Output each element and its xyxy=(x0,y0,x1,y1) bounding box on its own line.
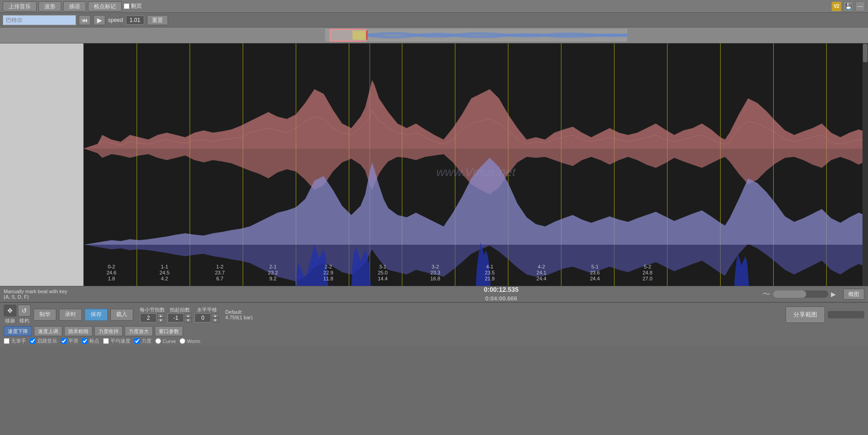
svg-text:16.8: 16.8 xyxy=(430,276,440,281)
minimize-icon[interactable]: — xyxy=(855,1,865,11)
avg-speed-group: 平均速度 xyxy=(103,338,130,344)
waveform-zoom-controls: 〜 ▶ xyxy=(762,289,836,300)
hint-text: Manually mark beat with key (A, S, D, F) xyxy=(4,289,240,300)
scrollbar-thumb[interactable] xyxy=(863,44,868,62)
default-value: 4.759(1 bar) xyxy=(225,315,253,320)
track-name-input[interactable] xyxy=(3,15,76,25)
rewind-btn[interactable]: ⏮ xyxy=(79,15,91,25)
right-slider[interactable] xyxy=(828,311,864,318)
force-checkbox[interactable] xyxy=(134,338,140,344)
mark-btn[interactable]: 检点标记 xyxy=(88,1,122,11)
level-up-btn[interactable]: ▲ xyxy=(212,313,219,318)
copy-label: 移杓 xyxy=(18,317,31,324)
enable-music-group: 启跷音乐 xyxy=(30,338,57,344)
reset-btn[interactable]: 重置 xyxy=(147,15,168,25)
free-hand-checkbox[interactable] xyxy=(4,338,10,344)
svg-rect-2 xyxy=(366,31,368,40)
page-checkbox[interactable] xyxy=(124,3,130,9)
load-btn[interactable]: 载入 xyxy=(110,309,133,321)
beats-up-btn[interactable]: ▲ xyxy=(157,313,164,318)
waveform-btn[interactable]: 波形 xyxy=(38,1,61,11)
beats-per-measure-input[interactable] xyxy=(140,313,157,322)
svg-text:www.Vmus.net: www.Vmus.net xyxy=(436,165,516,179)
svg-text:24.4: 24.4 xyxy=(590,276,600,281)
copy-tool-btn[interactable]: ↺ xyxy=(18,305,31,317)
level-down-btn[interactable]: ▼ xyxy=(212,318,219,322)
svg-text:3-2: 3-2 xyxy=(432,264,439,269)
svg-text:23.3: 23.3 xyxy=(430,270,440,275)
move-tool-btn[interactable]: ✥ xyxy=(4,305,16,317)
curve-label: Curve xyxy=(163,338,176,344)
worm-radio[interactable] xyxy=(179,338,185,344)
flat-group: 平滑 xyxy=(61,338,78,344)
curve-radio[interactable] xyxy=(155,338,161,344)
page-checkbox-item: 翻页 xyxy=(124,2,142,10)
page-label: 翻页 xyxy=(131,2,142,10)
speed-label: speed xyxy=(108,17,123,23)
beat-offset-up-btn[interactable]: ▲ xyxy=(184,313,192,318)
svg-text:24.4: 24.4 xyxy=(537,276,547,281)
svg-text:25.0: 25.0 xyxy=(378,270,388,275)
beat-thick-btn[interactable]: 踏承粗细 xyxy=(64,326,92,336)
free-hand-group: 无筆手 xyxy=(4,338,26,344)
speed-input[interactable] xyxy=(126,16,144,25)
waveform-canvas[interactable]: 0-2 24.6 1.8 1-1 24.5 4.2 1-2 23.7 6.7 2… xyxy=(84,43,868,286)
beats-start-label: 每小节拍数 xyxy=(140,306,165,313)
window-param-btn[interactable]: 窗口参数 xyxy=(155,326,183,336)
status-bar: Manually mark beat with key (A, S, D, F)… xyxy=(0,286,868,302)
current-time: 0:00:12.535 xyxy=(484,285,519,295)
force-down-btn[interactable]: 力度收持 xyxy=(94,326,123,336)
language-btn[interactable]: 插语 xyxy=(63,1,86,11)
bottom-toolbar: ✥ ↺ 移操 移杓 制华 录时 保存 载入 每小节拍数 ▲ ▼ 拍起 xyxy=(0,302,868,346)
svg-text:22.9: 22.9 xyxy=(323,270,333,275)
save-icon[interactable]: 💾 xyxy=(843,1,853,11)
beat-offset-down-btn[interactable]: ▼ xyxy=(184,318,192,322)
speed-adjust-btn[interactable]: 速度下降 xyxy=(4,326,32,336)
main-area: 0-2 24.6 1.8 1-1 24.5 4.2 1-2 23.7 6.7 2… xyxy=(0,43,868,286)
svg-text:1.8: 1.8 xyxy=(108,276,115,281)
flat-label: 平滑 xyxy=(68,338,78,344)
bottom-row1: ✥ ↺ 移操 移杓 制华 录时 保存 载入 每小节拍数 ▲ ▼ 拍起 xyxy=(4,305,864,324)
time-display: 0:00:12.535 0:04:00.666 xyxy=(484,285,519,303)
svg-text:23.2: 23.2 xyxy=(268,270,278,275)
avg-speed-checkbox[interactable] xyxy=(103,338,109,344)
bottom-row2: 速度下降 速度上调 踏承粗细 力度收持 力度放大 窗口参数 xyxy=(4,326,864,336)
svg-text:24.6: 24.6 xyxy=(107,270,117,275)
svg-text:14.4: 14.4 xyxy=(378,276,388,281)
v2-badge: V2 xyxy=(831,1,841,11)
speed-up-btn[interactable]: 速度上调 xyxy=(34,326,62,336)
svg-text:5-1: 5-1 xyxy=(591,264,598,269)
top-right-icons: V2 💾 — xyxy=(831,1,865,11)
default-label: Default: xyxy=(225,309,253,315)
track-labels-panel xyxy=(0,43,84,286)
edit-btn[interactable]: 制华 xyxy=(33,309,56,321)
svg-text:3-1: 3-1 xyxy=(379,264,386,269)
force-up-btn[interactable]: 力度放大 xyxy=(125,326,153,336)
save-btn[interactable]: 保存 xyxy=(85,309,108,321)
share-overview-btn[interactable]: 分享截图 xyxy=(786,306,825,323)
record-btn[interactable]: 录时 xyxy=(59,309,82,321)
upload-music-btn[interactable]: 上传音乐 xyxy=(3,1,37,11)
worm-group: Worm xyxy=(179,338,200,344)
beat-offset-input[interactable] xyxy=(168,313,184,322)
beats-down-btn[interactable]: ▼ xyxy=(157,318,164,322)
play-btn[interactable]: ▶ xyxy=(93,15,105,25)
beat-offset-label: 拍起抬数 xyxy=(170,306,190,313)
svg-text:6.7: 6.7 xyxy=(217,276,223,281)
enable-music-checkbox[interactable] xyxy=(30,338,36,344)
svg-text:0-2: 0-2 xyxy=(108,264,115,269)
overview-btn[interactable]: 概图 xyxy=(843,289,864,300)
check-group: 检点 xyxy=(82,338,99,344)
svg-text:5-2: 5-2 xyxy=(644,264,651,269)
svg-text:2-2: 2-2 xyxy=(325,264,332,269)
worm-label: Worm xyxy=(187,338,200,344)
minimap-waveform[interactable] xyxy=(325,29,627,42)
svg-text:4-1: 4-1 xyxy=(486,264,494,269)
check-checkbox[interactable] xyxy=(82,338,88,344)
vertical-scrollbar[interactable] xyxy=(863,43,868,286)
level-adjust-input[interactable] xyxy=(195,313,211,322)
minimap-viewport[interactable] xyxy=(330,29,366,42)
zoom-slider[interactable] xyxy=(773,290,828,298)
svg-text:1-2: 1-2 xyxy=(216,264,223,269)
flat-checkbox[interactable] xyxy=(61,338,67,344)
